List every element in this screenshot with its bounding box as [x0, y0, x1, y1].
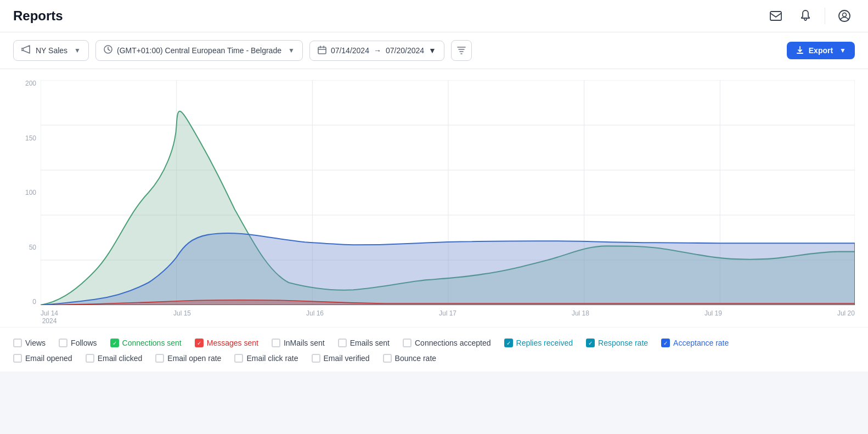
email-clicked-checkbox[interactable]: [86, 354, 94, 363]
email-click-rate-label: Email click rate: [246, 354, 298, 363]
date-arrow-icon: →: [374, 46, 381, 55]
replies-received-label: Replies received: [516, 339, 573, 347]
notification-button[interactable]: [795, 5, 816, 26]
legend-email-verified[interactable]: Email verified: [312, 354, 370, 363]
bounce-rate-checkbox[interactable]: [383, 354, 392, 363]
legend-emails-sent[interactable]: Emails sent: [338, 339, 390, 347]
team-selector[interactable]: NY Sales ▼: [13, 40, 89, 61]
timezone-label: (GMT+01:00) Central European Time - Belg…: [117, 46, 281, 55]
connections-accepted-checkbox[interactable]: [403, 339, 412, 347]
connections-sent-label: Connections sent: [122, 339, 182, 347]
acceptance-rate-label: Acceptance rate: [673, 339, 729, 347]
timezone-chevron-icon: ▼: [288, 47, 295, 54]
email-click-rate-checkbox[interactable]: [234, 354, 243, 363]
emails-sent-checkbox[interactable]: [338, 339, 347, 347]
email-button[interactable]: [765, 5, 786, 26]
y-label-200: 200: [25, 80, 36, 87]
bounce-rate-label: Bounce rate: [395, 354, 437, 363]
response-rate-checkbox[interactable]: ✓: [586, 339, 595, 347]
legend-follows[interactable]: Follows: [59, 339, 97, 347]
x-label-jul17: Jul 17: [439, 309, 456, 317]
calendar-icon: [318, 46, 326, 56]
team-label: NY Sales: [36, 46, 67, 55]
toolbar: NY Sales ▼ (GMT+01:00) Central European …: [0, 32, 868, 69]
legend-connections-accepted[interactable]: Connections accepted: [403, 339, 491, 347]
email-verified-checkbox[interactable]: [312, 354, 320, 363]
views-checkbox[interactable]: [13, 339, 22, 347]
legend-messages-sent[interactable]: ✓ Messages sent: [195, 339, 258, 347]
messages-sent-checkbox[interactable]: ✓: [195, 339, 204, 347]
replies-received-checkbox[interactable]: ✓: [504, 339, 513, 347]
email-verified-label: Email verified: [324, 354, 370, 363]
filter-button[interactable]: [451, 40, 472, 61]
follows-label: Follows: [71, 339, 97, 347]
header: Reports: [0, 0, 868, 32]
follows-checkbox[interactable]: [59, 339, 67, 347]
chart-svg: [41, 80, 855, 305]
legend-row-1: Views Follows ✓ Connections sent ✓ Messa…: [13, 339, 855, 347]
legend-replies-received[interactable]: ✓ Replies received: [504, 339, 573, 347]
emails-sent-label: Emails sent: [350, 339, 390, 347]
user-button[interactable]: [834, 5, 855, 26]
y-label-150: 150: [25, 135, 36, 142]
header-icons: [765, 5, 855, 26]
legend-email-clicked[interactable]: Email clicked: [86, 354, 143, 363]
svg-rect-0: [770, 12, 781, 20]
legend-bounce-rate[interactable]: Bounce rate: [383, 354, 437, 363]
email-open-rate-label: Email open rate: [167, 354, 221, 363]
chart-svg-area: [41, 80, 855, 305]
date-end: 07/20/2024: [386, 46, 424, 55]
page-title: Reports: [13, 8, 63, 24]
views-label: Views: [25, 339, 46, 347]
chart-container: 200 150 100 50 0: [13, 80, 855, 327]
legend-views[interactable]: Views: [13, 339, 46, 347]
connections-sent-checkbox[interactable]: ✓: [110, 339, 119, 347]
x-label-jul18: Jul 18: [572, 309, 589, 317]
response-rate-label: Response rate: [598, 339, 648, 347]
inmails-sent-checkbox[interactable]: [272, 339, 280, 347]
messages-sent-label: Messages sent: [207, 339, 258, 347]
svg-point-2: [843, 13, 847, 17]
clock-icon: [104, 45, 112, 56]
acceptance-rate-checkbox[interactable]: ✓: [661, 339, 670, 347]
export-chevron-icon: ▼: [839, 47, 846, 54]
email-clicked-label: Email clicked: [98, 354, 143, 363]
chart-x-axis: Jul 14 2024 Jul 15 Jul 16 Jul 17 Jul 18 …: [41, 305, 855, 327]
export-button[interactable]: Export ▼: [787, 42, 855, 59]
header-divider: [825, 8, 825, 24]
team-chevron-icon: ▼: [74, 47, 81, 54]
x-label-jul15: Jul 15: [173, 309, 191, 317]
y-label-0: 0: [32, 298, 36, 305]
legend-inmails-sent[interactable]: InMails sent: [272, 339, 325, 347]
x-label-jul16: Jul 16: [306, 309, 324, 317]
timezone-selector[interactable]: (GMT+01:00) Central European Time - Belg…: [95, 40, 303, 61]
legend-email-click-rate[interactable]: Email click rate: [234, 354, 298, 363]
inmails-sent-label: InMails sent: [284, 339, 325, 347]
legend-email-open-rate[interactable]: Email open rate: [155, 354, 221, 363]
legend-response-rate[interactable]: ✓ Response rate: [586, 339, 648, 347]
email-opened-label: Email opened: [25, 354, 72, 363]
x-label-jul14: Jul 14 2024: [41, 309, 58, 325]
y-label-50: 50: [29, 244, 36, 251]
email-open-rate-checkbox[interactable]: [155, 354, 164, 363]
x-label-jul19: Jul 19: [704, 309, 722, 317]
legend-acceptance-rate[interactable]: ✓ Acceptance rate: [661, 339, 729, 347]
legend-connections-sent[interactable]: ✓ Connections sent: [110, 339, 182, 347]
date-start: 07/14/2024: [331, 46, 369, 55]
email-opened-checkbox[interactable]: [13, 354, 22, 363]
legend: Views Follows ✓ Connections sent ✓ Messa…: [0, 327, 868, 371]
x-label-jul20: Jul 20: [837, 309, 855, 317]
connections-accepted-label: Connections accepted: [415, 339, 491, 347]
svg-rect-4: [318, 47, 326, 54]
megaphone-icon: [21, 45, 31, 56]
export-label: Export: [809, 46, 833, 55]
chart-y-axis: 200 150 100 50 0: [13, 80, 41, 305]
legend-email-opened[interactable]: Email opened: [13, 354, 72, 363]
date-chevron-icon: ▼: [429, 46, 436, 55]
legend-row-2: Email opened Email clicked Email open ra…: [13, 354, 855, 363]
date-range-picker[interactable]: 07/14/2024 → 07/20/2024 ▼: [309, 41, 444, 61]
y-label-100: 100: [25, 189, 36, 196]
main-content: 200 150 100 50 0: [0, 69, 868, 327]
